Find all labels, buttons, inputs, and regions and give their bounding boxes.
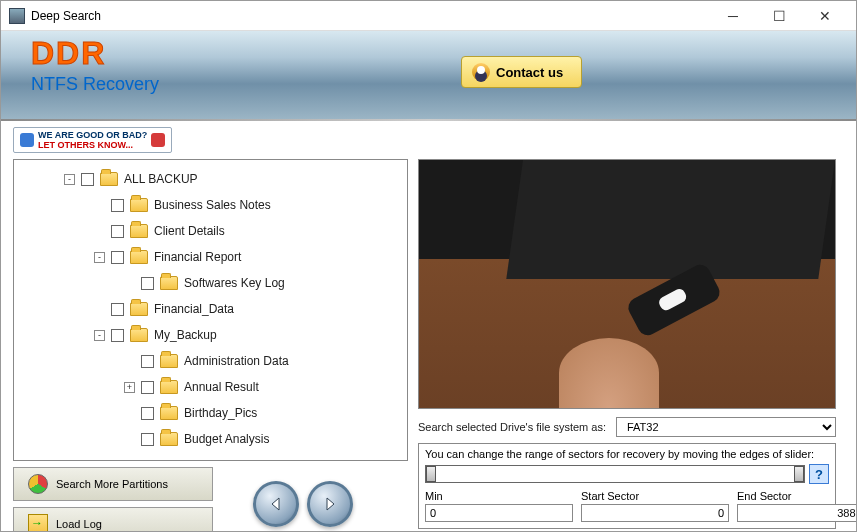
title-bar: Deep Search ─ ☐ ✕ (1, 1, 856, 31)
pie-chart-icon (28, 474, 48, 494)
contact-label: Contact us (496, 65, 563, 80)
preview-image (418, 159, 836, 409)
thumbs-down-icon (151, 133, 165, 147)
thumbs-up-icon (20, 133, 34, 147)
min-label: Min (425, 490, 573, 502)
end-sector-label: End Sector (737, 490, 857, 502)
folder-icon (160, 380, 178, 394)
folder-icon (160, 276, 178, 290)
tree-item[interactable]: +Annual Result (14, 374, 407, 400)
review-line1: WE ARE GOOD OR BAD? (38, 130, 147, 140)
tree-item[interactable]: -My_Backup (14, 322, 407, 348)
start-sector-label: Start Sector (581, 490, 729, 502)
tree-item[interactable]: Financial_Data (14, 296, 407, 322)
tree-item[interactable]: Budget Analysis (14, 426, 407, 452)
arrow-left-icon (266, 494, 286, 514)
main-content: -ALL BACKUPBusiness Sales NotesClient De… (1, 159, 856, 532)
tree-checkbox[interactable] (141, 407, 154, 420)
folder-icon (130, 250, 148, 264)
tree-item-label: Softwares Key Log (184, 276, 285, 290)
tree-item[interactable]: Softwares Key Log (14, 270, 407, 296)
tree-item[interactable]: Client Details (14, 218, 407, 244)
tree-checkbox[interactable] (141, 381, 154, 394)
arrow-right-icon (320, 494, 340, 514)
tree-expander[interactable]: - (94, 252, 105, 263)
slider-description: You can change the range of sectors for … (425, 448, 829, 460)
minimize-button[interactable]: ─ (710, 1, 756, 31)
right-panel: Search selected Drive's file system as: … (418, 159, 836, 532)
tree-checkbox[interactable] (111, 251, 124, 264)
sector-range-group: You can change the range of sectors for … (418, 443, 836, 529)
folder-icon (100, 172, 118, 186)
maximize-button[interactable]: ☐ (756, 1, 802, 31)
tree-checkbox[interactable] (81, 173, 94, 186)
tree-checkbox[interactable] (141, 277, 154, 290)
filesystem-select[interactable]: FAT32 (616, 417, 836, 437)
slider-handle-right[interactable] (794, 466, 804, 482)
tree-item-label: Budget Analysis (184, 432, 269, 446)
tree-item-label: Birthday_Pics (184, 406, 257, 420)
folder-icon (160, 406, 178, 420)
tree-item-label: Annual Result (184, 380, 259, 394)
tree-checkbox[interactable] (111, 199, 124, 212)
tree-item-label: Administration Data (184, 354, 289, 368)
next-button[interactable] (307, 481, 353, 527)
help-button[interactable]: ? (809, 464, 829, 484)
tree-checkbox[interactable] (111, 303, 124, 316)
tree-item[interactable]: -Financial Report (14, 244, 407, 270)
tree-item-label: Business Sales Notes (154, 198, 271, 212)
folder-icon (160, 432, 178, 446)
filesystem-label: Search selected Drive's file system as: (418, 421, 606, 433)
toolbar: WE ARE GOOD OR BAD? LET OTHERS KNOW... (1, 121, 856, 159)
app-subtitle: NTFS Recovery (31, 74, 856, 95)
tree-item-label: Financial_Data (154, 302, 234, 316)
tree-expander[interactable]: - (94, 330, 105, 341)
search-partitions-label: Search More Partitions (56, 478, 168, 490)
slider-handle-left[interactable] (426, 466, 436, 482)
tree-checkbox[interactable] (141, 433, 154, 446)
previous-button[interactable] (253, 481, 299, 527)
folder-icon (130, 328, 148, 342)
review-badge[interactable]: WE ARE GOOD OR BAD? LET OTHERS KNOW... (13, 127, 172, 153)
tree-item[interactable]: Birthday_Pics (14, 400, 407, 426)
folder-icon (160, 354, 178, 368)
close-button[interactable]: ✕ (802, 1, 848, 31)
tree-item-label: Client Details (154, 224, 225, 238)
tree-item[interactable]: Business Sales Notes (14, 192, 407, 218)
tree-item-label: Financial Report (154, 250, 241, 264)
tree-checkbox[interactable] (111, 225, 124, 238)
tree-expander[interactable]: - (64, 174, 75, 185)
tree-item[interactable]: Administration Data (14, 348, 407, 374)
left-panel: -ALL BACKUPBusiness Sales NotesClient De… (13, 159, 408, 532)
start-sector-input[interactable] (581, 504, 729, 522)
load-log-icon (28, 514, 48, 532)
min-input[interactable] (425, 504, 573, 522)
brand-logo: DDR (31, 31, 856, 72)
folder-tree[interactable]: -ALL BACKUPBusiness Sales NotesClient De… (13, 159, 408, 461)
tree-item-label: My_Backup (154, 328, 217, 342)
tree-checkbox[interactable] (141, 355, 154, 368)
contact-us-button[interactable]: Contact us (461, 56, 582, 88)
folder-icon (130, 302, 148, 316)
review-line2: LET OTHERS KNOW... (38, 140, 133, 150)
load-log-button[interactable]: Load Log (13, 507, 213, 532)
folder-icon (130, 198, 148, 212)
person-icon (472, 63, 490, 81)
tree-item[interactable]: -ALL BACKUP (14, 166, 407, 192)
search-more-partitions-button[interactable]: Search More Partitions (13, 467, 213, 501)
tree-checkbox[interactable] (111, 329, 124, 342)
app-icon (9, 8, 25, 24)
window-title: Deep Search (31, 9, 710, 23)
load-log-label: Load Log (56, 518, 102, 530)
tree-item-label: ALL BACKUP (124, 172, 198, 186)
folder-icon (130, 224, 148, 238)
tree-expander[interactable]: + (124, 382, 135, 393)
app-header: DDR NTFS Recovery Contact us (1, 31, 856, 119)
end-sector-input[interactable] (737, 504, 857, 522)
sector-slider[interactable] (425, 465, 805, 483)
